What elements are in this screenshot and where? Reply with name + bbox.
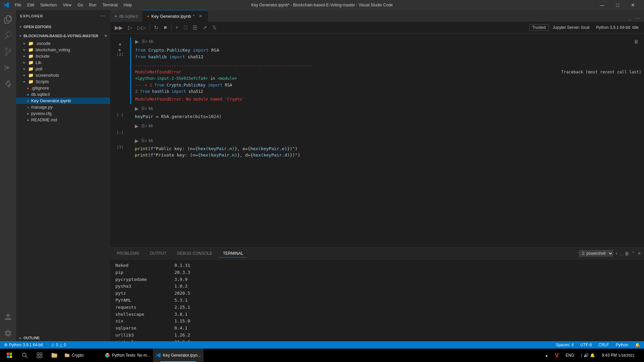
maximize-button[interactable]: □ <box>610 0 625 10</box>
cell-toolbar-rsa[interactable]: ▶ ☰= Mi <box>132 105 644 112</box>
tab-debug-console[interactable]: DEBUG CONSOLE <box>173 250 216 257</box>
tab-problems[interactable]: PROBLEMS <box>113 250 143 257</box>
tab-close-button[interactable]: ✕ <box>198 13 203 19</box>
sidebar-item-blockchain-voting[interactable]: ► 📁 blockchain_voting <box>16 47 110 53</box>
tab-terminal[interactable]: TERMINAL <box>219 250 248 257</box>
cell-run-button-rsa[interactable]: ▶ <box>135 106 139 111</box>
cell-format-button-empty[interactable]: ☰= <box>141 124 147 128</box>
status-spaces[interactable]: Spaces: 4 <box>554 343 575 347</box>
clear-outputs-button[interactable]: □ <box>182 23 189 32</box>
split-editor-icon[interactable]: ⎵ <box>627 15 633 22</box>
cell-run-button-print[interactable]: ▶ <box>135 138 139 143</box>
terminal-instance-select[interactable]: 1: powershell <box>579 250 613 257</box>
sidebar-item-key-generator[interactable]: ● Key Generator.ipynb <box>16 98 110 104</box>
cell-toolbar-2[interactable]: ▶ ☰= Mi 🗑 <box>132 38 644 46</box>
activity-explorer-icon[interactable] <box>0 11 16 27</box>
tray-up-arrow-icon[interactable]: ▲ <box>545 354 548 357</box>
variables-button[interactable]: 𝕏 <box>210 23 219 32</box>
tab-output[interactable]: OUTPUT <box>146 250 170 257</box>
tray-icons[interactable]: ▲ <box>542 349 551 362</box>
taskbar-explorer[interactable] <box>47 349 62 362</box>
export-button[interactable]: ↗ <box>201 23 209 32</box>
cell-toolbar-print[interactable]: ▶ ☰= Mi <box>132 137 644 144</box>
window-controls[interactable]: — □ ✕ <box>594 0 641 10</box>
status-notifications[interactable]: 🔔 <box>634 343 641 347</box>
tab-bar-actions[interactable]: ⎵ ⋯ <box>627 15 644 22</box>
format-button[interactable]: ☰ <box>191 23 199 32</box>
tab-db-sqlite3[interactable]: ● db.sqlite3 <box>110 10 142 22</box>
taskbar-app-python-tests[interactable]: Python Tests: No m... <box>102 349 153 362</box>
title-bar-menu[interactable]: File Edit Selection View Go Run Terminal… <box>12 2 135 8</box>
sidebar-item-lib[interactable]: ► 📁 Lib <box>16 59 110 66</box>
jupyter-server-label[interactable]: Jupyter Server: local <box>550 24 592 31</box>
status-encoding[interactable]: UTF-8 <box>579 343 593 347</box>
tray-lang[interactable]: ENG <box>563 349 577 362</box>
sidebar-header-actions[interactable]: ⋯ <box>100 13 106 19</box>
minimize-button[interactable]: — <box>594 0 610 10</box>
cell-format-button-print[interactable]: ☰= <box>141 138 147 143</box>
sidebar-item-gitignore[interactable]: ● .gitignore <box>16 85 110 91</box>
interrupt-button[interactable]: ■ <box>162 23 169 32</box>
project-header[interactable]: ▼ BLOCKCHAIN-BASED-E-VOTING-MASTER + <box>16 32 110 40</box>
sidebar-item-readme[interactable]: ● README.md <box>16 117 110 123</box>
collapse-icon[interactable]: ▼ <box>118 42 122 47</box>
menu-file[interactable]: File <box>12 2 24 8</box>
open-editors-header[interactable]: ▼ Open Editors <box>16 23 110 30</box>
close-button[interactable]: ✕ <box>625 0 641 10</box>
sidebar-item-include[interactable]: ► 📁 Include <box>16 53 110 59</box>
menu-go[interactable]: Go <box>75 2 86 8</box>
trusted-button[interactable]: Trusted <box>529 24 549 31</box>
cell-run-button-2[interactable]: ▶ <box>135 39 139 44</box>
activity-extensions-icon[interactable] <box>0 76 16 92</box>
add-cell-button[interactable]: + <box>173 23 180 32</box>
cell-format-button[interactable]: ☰= <box>142 39 148 44</box>
status-errors[interactable]: ⚠ 0 △ 0 <box>50 343 67 347</box>
status-language[interactable]: Python <box>614 343 630 347</box>
sidebar-item-vscode[interactable]: ► 📁 .vscode <box>16 40 110 47</box>
menu-help[interactable]: Help <box>121 2 135 8</box>
activity-run-icon[interactable] <box>0 60 16 76</box>
tab-key-generator[interactable]: ● Key Generator.ipynb * ✕ <box>142 10 208 22</box>
menu-selection[interactable]: Selection <box>38 2 59 8</box>
taskbar-app-vscode[interactable]: Key Generator.ipyn... <box>153 349 204 362</box>
status-python[interactable]: ⚙ Python 3.9.1 64-bit <box>3 343 44 347</box>
new-file-button[interactable]: + <box>104 33 107 39</box>
kill-terminal-icon[interactable]: 🗑 <box>625 251 629 256</box>
activity-search-icon[interactable] <box>0 27 16 44</box>
sidebar-item-screenshots[interactable]: ► 📁 screenshots <box>16 72 110 78</box>
taskbar-task-view[interactable] <box>32 349 47 362</box>
taskbar-search[interactable] <box>17 349 32 362</box>
terminal-content[interactable]: Naked 0.1.31 pip 20.3.3 pycryptodome 3.9… <box>110 259 644 341</box>
sidebar-item-db-sqlite3[interactable]: ● db.sqlite3 <box>16 91 110 98</box>
run-all-button[interactable]: ▶▶ <box>113 23 125 32</box>
tray-icons-2[interactable]: 〈 🔊 🔔 <box>578 349 598 362</box>
menu-terminal[interactable]: Terminal <box>100 2 120 8</box>
close-panel-icon[interactable]: ✕ <box>637 251 641 256</box>
kernel-label[interactable]: Python 3.9.1 64-bit: Idle <box>593 24 641 31</box>
new-terminal-icon[interactable]: + <box>615 251 618 256</box>
taskbar-app-crypto[interactable]: Crypto <box>62 349 102 362</box>
activity-settings-icon[interactable] <box>0 325 16 341</box>
cell-run-button-empty[interactable]: ▶ <box>135 123 139 129</box>
expand-icon[interactable]: ► <box>118 48 122 52</box>
cell-format-button-rsa[interactable]: ☰= <box>141 106 147 111</box>
split-terminal-icon[interactable]: ⎵ <box>620 251 623 256</box>
outline-section[interactable]: ► Outline <box>16 335 110 341</box>
start-button[interactable] <box>1 349 17 362</box>
menu-view[interactable]: View <box>60 2 74 8</box>
sidebar-item-scripts[interactable]: ► 📁 Scripts <box>16 78 110 85</box>
restart-button[interactable]: ↻ <box>152 23 160 32</box>
menu-run[interactable]: Run <box>86 2 99 8</box>
status-line-ending[interactable]: CRLF <box>597 343 610 347</box>
maximize-panel-icon[interactable]: ⌃ <box>631 251 635 256</box>
sidebar-item-pyvenv[interactable]: ● pyvenv.cfg <box>16 110 110 117</box>
menu-edit[interactable]: Edit <box>24 2 37 8</box>
sidebar-item-manage-py[interactable]: ● manage.py <box>16 104 110 110</box>
sidebar-item-poll[interactable]: ► 📁 poll <box>16 66 110 72</box>
cell-delete-button-2[interactable]: 🗑 <box>631 38 641 45</box>
cell-toolbar-empty[interactable]: ▶ ☰= Mi <box>132 123 644 129</box>
taskbar-clock[interactable]: 9:43 PM 1/18/2021 <box>599 349 637 362</box>
activity-account-icon[interactable] <box>0 309 16 325</box>
more-actions-icon[interactable]: ⋯ <box>634 15 641 22</box>
sidebar-more-icon[interactable]: ⋯ <box>100 13 106 19</box>
